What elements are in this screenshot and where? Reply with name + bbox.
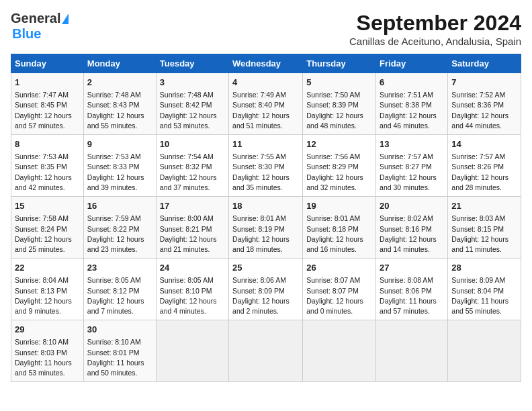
- calendar-cell: 13Sunrise: 7:57 AM Sunset: 8:27 PM Dayli…: [376, 135, 448, 197]
- day-number: 15: [15, 200, 80, 212]
- calendar-cell: [303, 320, 376, 382]
- calendar-cell: 9Sunrise: 7:53 AM Sunset: 8:33 PM Daylig…: [83, 135, 156, 197]
- day-number: 10: [160, 138, 225, 150]
- calendar-cell: 25Sunrise: 8:06 AM Sunset: 8:09 PM Dayli…: [229, 259, 303, 320]
- day-content: Sunrise: 7:53 AM Sunset: 8:35 PM Dayligh…: [15, 152, 80, 193]
- calendar-cell: 12Sunrise: 7:56 AM Sunset: 8:29 PM Dayli…: [303, 135, 376, 197]
- calendar-cell: 18Sunrise: 8:01 AM Sunset: 8:19 PM Dayli…: [229, 197, 303, 259]
- calendar-cell: [448, 320, 521, 382]
- day-number: 16: [87, 200, 152, 212]
- day-content: Sunrise: 8:02 AM Sunset: 8:16 PM Dayligh…: [380, 214, 444, 255]
- day-number: 8: [15, 138, 80, 150]
- day-content: Sunrise: 7:54 AM Sunset: 8:32 PM Dayligh…: [160, 152, 225, 193]
- calendar-cell: 1Sunrise: 7:47 AM Sunset: 8:45 PM Daylig…: [11, 73, 84, 135]
- day-content: Sunrise: 7:48 AM Sunset: 8:43 PM Dayligh…: [87, 90, 152, 131]
- calendar-day-header: Saturday: [448, 54, 521, 73]
- calendar-cell: 30Sunrise: 8:10 AM Sunset: 8:01 PM Dayli…: [83, 320, 156, 382]
- calendar-week-row: 22Sunrise: 8:04 AM Sunset: 8:13 PM Dayli…: [11, 259, 521, 320]
- calendar-cell: 3Sunrise: 7:48 AM Sunset: 8:42 PM Daylig…: [156, 73, 228, 135]
- calendar-cell: 28Sunrise: 8:09 AM Sunset: 8:04 PM Dayli…: [448, 259, 521, 320]
- calendar-cell: 6Sunrise: 7:51 AM Sunset: 8:38 PM Daylig…: [376, 73, 448, 135]
- day-content: Sunrise: 7:49 AM Sunset: 8:40 PM Dayligh…: [232, 90, 299, 131]
- calendar-cell: 22Sunrise: 8:04 AM Sunset: 8:13 PM Dayli…: [11, 259, 84, 320]
- day-content: Sunrise: 7:47 AM Sunset: 8:45 PM Dayligh…: [15, 90, 80, 131]
- calendar-day-header: Thursday: [303, 54, 376, 73]
- calendar-cell: 21Sunrise: 8:03 AM Sunset: 8:15 PM Dayli…: [448, 197, 521, 259]
- day-content: Sunrise: 7:51 AM Sunset: 8:38 PM Dayligh…: [380, 90, 444, 131]
- day-content: Sunrise: 7:53 AM Sunset: 8:33 PM Dayligh…: [87, 152, 152, 193]
- calendar-header-row: SundayMondayTuesdayWednesdayThursdayFrid…: [11, 54, 521, 73]
- calendar-cell: 16Sunrise: 7:59 AM Sunset: 8:22 PM Dayli…: [83, 197, 156, 259]
- day-content: Sunrise: 8:01 AM Sunset: 8:18 PM Dayligh…: [306, 214, 372, 255]
- day-number: 23: [87, 262, 152, 274]
- calendar-cell: 2Sunrise: 7:48 AM Sunset: 8:43 PM Daylig…: [83, 73, 156, 135]
- day-number: 2: [87, 77, 152, 89]
- calendar-cell: 5Sunrise: 7:50 AM Sunset: 8:39 PM Daylig…: [303, 73, 376, 135]
- day-number: 28: [451, 262, 517, 274]
- calendar-cell: 14Sunrise: 7:57 AM Sunset: 8:26 PM Dayli…: [448, 135, 521, 197]
- calendar-cell: 19Sunrise: 8:01 AM Sunset: 8:18 PM Dayli…: [303, 197, 376, 259]
- day-content: Sunrise: 8:05 AM Sunset: 8:10 PM Dayligh…: [160, 275, 225, 316]
- calendar-cell: 20Sunrise: 8:02 AM Sunset: 8:16 PM Dayli…: [376, 197, 448, 259]
- calendar-day-header: Sunday: [11, 54, 84, 73]
- day-content: Sunrise: 7:48 AM Sunset: 8:42 PM Dayligh…: [160, 90, 225, 131]
- day-content: Sunrise: 8:09 AM Sunset: 8:04 PM Dayligh…: [451, 275, 517, 316]
- day-number: 12: [306, 138, 372, 150]
- logo-blue-text: Blue: [12, 26, 41, 41]
- calendar-day-header: Monday: [83, 54, 156, 73]
- day-number: 13: [380, 138, 444, 150]
- calendar-cell: [376, 320, 448, 382]
- calendar-cell: 24Sunrise: 8:05 AM Sunset: 8:10 PM Dayli…: [156, 259, 228, 320]
- day-content: Sunrise: 8:03 AM Sunset: 8:15 PM Dayligh…: [451, 214, 517, 255]
- day-number: 26: [306, 262, 372, 274]
- day-content: Sunrise: 8:07 AM Sunset: 8:07 PM Dayligh…: [306, 275, 372, 316]
- day-number: 25: [232, 262, 299, 274]
- calendar-title-area: September 2024 Canillas de Aceituno, And…: [349, 11, 521, 47]
- day-number: 17: [160, 200, 225, 212]
- calendar-week-row: 1Sunrise: 7:47 AM Sunset: 8:45 PM Daylig…: [11, 73, 521, 135]
- day-content: Sunrise: 8:04 AM Sunset: 8:13 PM Dayligh…: [15, 275, 80, 316]
- day-content: Sunrise: 7:57 AM Sunset: 8:26 PM Dayligh…: [451, 152, 517, 193]
- day-number: 20: [380, 200, 444, 212]
- calendar-cell: 7Sunrise: 7:52 AM Sunset: 8:36 PM Daylig…: [448, 73, 521, 135]
- calendar-cell: 29Sunrise: 8:10 AM Sunset: 8:03 PM Dayli…: [11, 320, 84, 382]
- day-content: Sunrise: 7:58 AM Sunset: 8:24 PM Dayligh…: [15, 214, 80, 255]
- calendar-cell: 4Sunrise: 7:49 AM Sunset: 8:40 PM Daylig…: [229, 73, 303, 135]
- day-number: 5: [306, 77, 372, 89]
- day-content: Sunrise: 7:57 AM Sunset: 8:27 PM Dayligh…: [380, 152, 444, 193]
- calendar-cell: 27Sunrise: 8:08 AM Sunset: 8:06 PM Dayli…: [376, 259, 448, 320]
- day-content: Sunrise: 7:56 AM Sunset: 8:29 PM Dayligh…: [306, 152, 372, 193]
- day-number: 11: [232, 138, 299, 150]
- day-number: 4: [232, 77, 299, 89]
- day-content: Sunrise: 8:05 AM Sunset: 8:12 PM Dayligh…: [87, 275, 152, 316]
- calendar-cell: [156, 320, 228, 382]
- calendar-cell: 23Sunrise: 8:05 AM Sunset: 8:12 PM Dayli…: [83, 259, 156, 320]
- day-number: 1: [15, 77, 80, 89]
- day-number: 6: [380, 77, 444, 89]
- calendar-week-row: 29Sunrise: 8:10 AM Sunset: 8:03 PM Dayli…: [11, 320, 521, 382]
- day-content: Sunrise: 7:59 AM Sunset: 8:22 PM Dayligh…: [87, 214, 152, 255]
- day-number: 9: [87, 138, 152, 150]
- calendar-day-header: Friday: [376, 54, 448, 73]
- day-number: 29: [15, 324, 80, 336]
- calendar-cell: 15Sunrise: 7:58 AM Sunset: 8:24 PM Dayli…: [11, 197, 84, 259]
- calendar-cell: [229, 320, 303, 382]
- day-content: Sunrise: 8:06 AM Sunset: 8:09 PM Dayligh…: [232, 275, 299, 316]
- day-content: Sunrise: 7:55 AM Sunset: 8:30 PM Dayligh…: [232, 152, 299, 193]
- logo-triangle-icon: [62, 13, 69, 24]
- calendar-day-header: Tuesday: [156, 54, 228, 73]
- day-number: 24: [160, 262, 225, 274]
- calendar-day-header: Wednesday: [229, 54, 303, 73]
- calendar-table: SundayMondayTuesdayWednesdayThursdayFrid…: [11, 54, 521, 382]
- day-number: 18: [232, 200, 299, 212]
- calendar-week-row: 8Sunrise: 7:53 AM Sunset: 8:35 PM Daylig…: [11, 135, 521, 197]
- calendar-cell: 8Sunrise: 7:53 AM Sunset: 8:35 PM Daylig…: [11, 135, 84, 197]
- page-header: General Blue September 2024 Canillas de …: [11, 11, 521, 47]
- day-number: 27: [380, 262, 444, 274]
- day-number: 14: [451, 138, 517, 150]
- day-content: Sunrise: 8:10 AM Sunset: 8:01 PM Dayligh…: [87, 337, 152, 378]
- day-content: Sunrise: 7:50 AM Sunset: 8:39 PM Dayligh…: [306, 90, 372, 131]
- calendar-title: September 2024: [349, 11, 521, 36]
- day-content: Sunrise: 8:00 AM Sunset: 8:21 PM Dayligh…: [160, 214, 225, 255]
- calendar-cell: 26Sunrise: 8:07 AM Sunset: 8:07 PM Dayli…: [303, 259, 376, 320]
